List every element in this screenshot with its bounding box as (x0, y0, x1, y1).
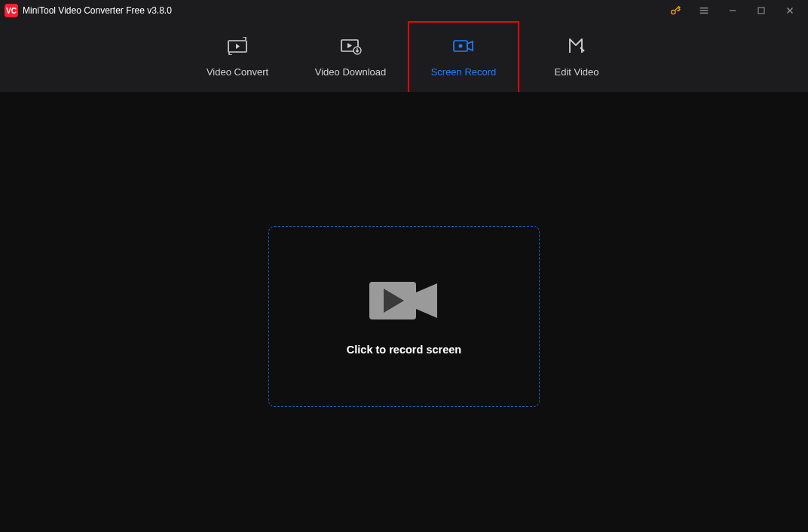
video-download-icon (339, 36, 362, 56)
menu-icon[interactable] (690, 0, 718, 21)
app-title: MiniTool Video Converter Free v3.8.0 (23, 5, 172, 16)
record-prompt-text: Click to record screen (347, 344, 461, 356)
tab-video-download[interactable]: Video Download (294, 26, 407, 87)
tab-video-convert[interactable]: Video Convert (181, 26, 294, 87)
camera-icon (452, 36, 475, 56)
maximize-icon[interactable] (748, 0, 775, 21)
tab-screen-record[interactable]: Screen Record (407, 26, 520, 87)
svg-marker-14 (467, 41, 473, 50)
close-icon[interactable] (776, 0, 803, 21)
tab-label: Video Download (315, 66, 386, 78)
titlebar-left: VC MiniTool Video Converter Free v3.8.0 (5, 4, 172, 17)
tab-edit-video[interactable]: Edit Video (520, 26, 633, 87)
main-toolbar: Video Convert Video Download Screen Reco… (0, 21, 808, 92)
key-icon[interactable] (662, 0, 689, 21)
record-screen-button[interactable]: Click to record screen (268, 226, 540, 407)
svg-marker-9 (236, 44, 240, 49)
edit-video-icon (567, 36, 586, 56)
app-logo-text: VC (6, 7, 17, 15)
tab-label: Screen Record (431, 66, 497, 78)
titlebar-controls (662, 0, 803, 21)
svg-marker-11 (347, 43, 352, 48)
app-logo: VC (5, 4, 18, 17)
svg-rect-5 (758, 8, 764, 14)
svg-marker-19 (416, 283, 437, 318)
record-camera-icon (366, 277, 442, 327)
svg-point-15 (459, 44, 463, 47)
svg-point-0 (672, 10, 675, 14)
titlebar: VC MiniTool Video Converter Free v3.8.0 (0, 0, 808, 21)
tab-label: Edit Video (554, 66, 598, 78)
tab-label: Video Convert (207, 66, 268, 78)
video-convert-icon (226, 36, 249, 56)
main-content: Click to record screen (0, 92, 808, 532)
minimize-icon[interactable] (719, 0, 746, 21)
